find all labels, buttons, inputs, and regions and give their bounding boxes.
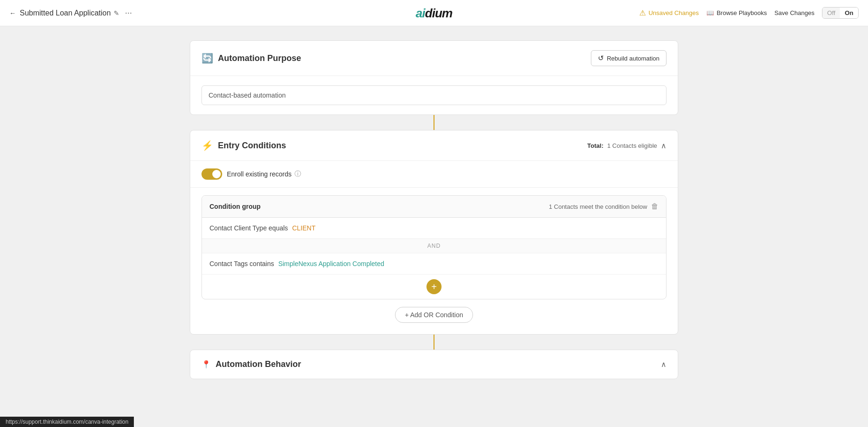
enroll-toggle[interactable] <box>202 168 222 180</box>
total-value: 1 Contacts eligible <box>607 142 657 149</box>
automation-behavior-card: 📍 Automation Behavior ∧ <box>190 350 678 379</box>
on-toggle-button[interactable]: On <box>840 8 858 18</box>
entry-conditions-card: ⚡ Entry Conditions Total: 1 Contacts eli… <box>190 130 678 335</box>
rebuild-label: Rebuild automation <box>607 55 659 62</box>
top-nav: ← Submitted Loan Application ✎ ··· aidiu… <box>0 0 868 26</box>
rebuild-icon: ↺ <box>598 54 604 62</box>
connector-line-1 <box>434 115 434 130</box>
condition-group-header: Condition group 1 Contacts meet the cond… <box>202 196 666 218</box>
rebuild-automation-button[interactable]: ↺ Rebuild automation <box>591 50 666 66</box>
more-options-button[interactable]: ··· <box>125 8 132 18</box>
and-label: AND <box>427 243 441 249</box>
collapse-button[interactable]: ∧ <box>661 141 666 150</box>
status-url: https://support.thinkaidium.com/canva-in… <box>6 419 128 425</box>
save-label: Save Changes <box>775 9 814 16</box>
behavior-collapse-button[interactable]: ∧ <box>661 360 666 369</box>
automation-purpose-title: 🔄 Automation Purpose <box>202 53 301 64</box>
save-changes-button[interactable]: Save Changes <box>775 9 814 16</box>
add-condition-button[interactable]: + <box>426 279 442 294</box>
add-or-condition-button[interactable]: + Add OR Condition <box>395 307 473 323</box>
connector-line-2 <box>434 335 434 350</box>
condition-1-prefix: Contact Client Type equals <box>209 224 288 232</box>
total-badge: Total: 1 Contacts eligible ∧ <box>587 141 666 150</box>
automation-behavior-title: 📍 Automation Behavior <box>202 359 301 369</box>
book-icon: 📖 <box>706 9 714 16</box>
on-off-toggle[interactable]: Off On <box>822 7 859 19</box>
behavior-title-label: Automation Behavior <box>216 359 301 369</box>
condition-1-value: CLIENT <box>292 224 316 232</box>
off-toggle-button[interactable]: Off <box>822 8 840 18</box>
main-content: 🔄 Automation Purpose ↺ Rebuild automatio… <box>0 26 868 393</box>
total-label: Total: <box>587 142 603 149</box>
back-arrow-icon: ← <box>9 9 16 17</box>
enroll-text: Enroll existing records <box>227 170 292 178</box>
browse-playbooks-button[interactable]: 📖 Browse Playbooks <box>706 9 767 16</box>
unsaved-label: Unsaved Changes <box>649 9 699 16</box>
browse-label: Browse Playbooks <box>717 9 767 16</box>
off-label: Off <box>827 9 836 16</box>
automation-purpose-header: 🔄 Automation Purpose ↺ Rebuild automatio… <box>190 41 678 76</box>
nav-right: ⚠ Unsaved Changes 📖 Browse Playbooks Sav… <box>639 7 859 19</box>
add-condition-container: + <box>202 274 666 299</box>
entry-conditions-title: ⚡ Entry Conditions <box>202 140 286 151</box>
edit-icon[interactable]: ✎ <box>114 9 119 17</box>
condition-group-container: Condition group 1 Contacts meet the cond… <box>190 195 678 334</box>
page-title: Submitted Loan Application <box>20 9 111 17</box>
automation-type-input[interactable] <box>202 85 666 105</box>
entry-title-label: Entry Conditions <box>218 141 286 151</box>
condition-group-meta: 1 Contacts meet the condition below 🗑 <box>549 202 659 211</box>
condition-group-box: Condition group 1 Contacts meet the cond… <box>202 195 666 299</box>
info-icon: ⓘ <box>294 170 301 178</box>
automation-icon: 🔄 <box>202 53 213 64</box>
entry-conditions-header: ⚡ Entry Conditions Total: 1 Contacts eli… <box>190 130 678 161</box>
back-button[interactable]: ← <box>9 9 16 17</box>
more-icon: ··· <box>125 8 132 17</box>
automation-behavior-header: 📍 Automation Behavior ∧ <box>190 350 678 379</box>
automation-purpose-card: 🔄 Automation Purpose ↺ Rebuild automatio… <box>190 40 678 115</box>
condition-row-1[interactable]: Contact Client Type equals CLIENT <box>202 218 666 239</box>
status-bar: https://support.thinkaidium.com/canva-in… <box>0 417 134 427</box>
page-title-group: Submitted Loan Application ✎ <box>20 9 119 17</box>
condition-row-2[interactable]: Contact Tags contains SimpleNexus Applic… <box>202 253 666 274</box>
condition-2-prefix: Contact Tags contains <box>209 260 274 267</box>
unsaved-changes-indicator: ⚠ Unsaved Changes <box>639 8 699 17</box>
app-logo: aidium <box>416 6 452 21</box>
plus-icon: + <box>431 282 437 292</box>
enroll-label: Enroll existing records ⓘ <box>227 170 301 178</box>
condition-2-value: SimpleNexus Application Completed <box>278 260 384 267</box>
delete-condition-group-button[interactable]: 🗑 <box>651 202 659 211</box>
warning-icon: ⚠ <box>639 8 646 17</box>
entry-icon: ⚡ <box>202 140 213 151</box>
on-label: On <box>845 9 853 16</box>
condition-meta-text: 1 Contacts meet the condition below <box>549 203 647 210</box>
add-or-label: + Add OR Condition <box>405 311 463 319</box>
automation-purpose-label: Automation Purpose <box>218 53 301 63</box>
and-divider: AND <box>202 239 666 253</box>
condition-group-title: Condition group <box>209 203 261 210</box>
enroll-existing-row: Enroll existing records ⓘ <box>190 161 678 188</box>
automation-purpose-body <box>190 76 678 114</box>
behavior-icon: 📍 <box>202 360 211 369</box>
